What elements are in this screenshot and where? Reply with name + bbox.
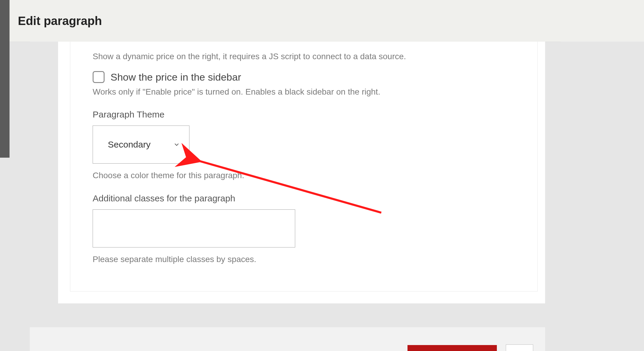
enable-price-help-text: Show a dynamic price on the right, it re… [93,42,525,62]
right-gutter [561,42,644,351]
show-price-sidebar-help-text: Works only if "Enable price" is turned o… [93,86,525,98]
checkbox-icon [93,71,105,83]
footer-primary-button[interactable] [407,345,497,351]
app-left-rail [0,0,10,158]
form-fieldset: Show a dynamic price on the right, it re… [70,42,538,292]
show-price-sidebar-checkbox[interactable]: Show the price in the sidebar [93,71,525,83]
paragraph-theme-help-text: Choose a color theme for this paragraph. [93,170,525,181]
app-left-gutter [10,0,18,351]
paragraph-theme-label: Paragraph Theme [93,109,525,120]
footer-secondary-button[interactable] [506,344,533,351]
form-panel: Show a dynamic price on the right, it re… [58,42,545,303]
footer-row: Single bl Gdańsk, Gdańsk Budowlanych 64D… [30,327,545,351]
content-left-pad [30,42,58,327]
additional-classes-input[interactable] [93,209,295,247]
paragraph-theme-select[interactable]: Secondary [93,126,189,164]
paragraph-theme-value: Secondary [108,140,150,150]
dialog-header: Edit paragraph [10,0,644,42]
additional-classes-label: Additional classes for the paragraph [93,193,525,203]
footer-row-title: Single bl [69,350,114,351]
content-area: Show a dynamic price on the right, it re… [30,42,545,327]
show-price-sidebar-label: Show the price in the sidebar [111,71,241,83]
chevron-down-icon [173,141,180,148]
additional-classes-help-text: Please separate multiple classes by spac… [93,253,525,265]
dialog-title: Edit paragraph [18,14,102,28]
